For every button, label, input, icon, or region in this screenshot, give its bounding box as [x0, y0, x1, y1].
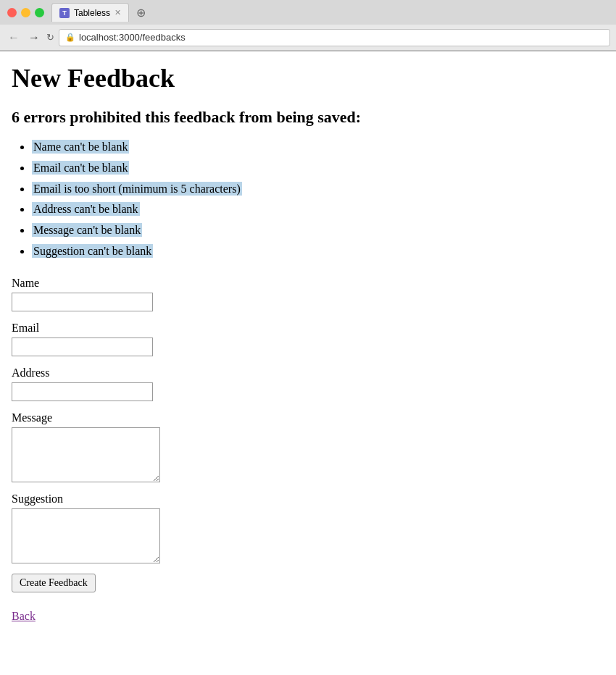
window-controls	[7, 8, 44, 17]
error-text-5: Message can't be blank	[32, 223, 142, 237]
email-label: Email	[12, 322, 604, 335]
lock-icon: 🔒	[65, 33, 75, 42]
error-list: Name can't be blank Email can't be blank…	[12, 137, 604, 262]
close-button[interactable]	[7, 8, 17, 17]
email-input[interactable]	[12, 338, 153, 356]
back-nav-button[interactable]: ←	[6, 30, 22, 46]
name-input[interactable]	[12, 293, 153, 311]
error-item-2: Email can't be blank	[32, 158, 604, 179]
tab-favicon: T	[59, 8, 70, 18]
browser-chrome: T Tableless ✕ ⊕ ← → ↻ 🔒 localhost:3000/f…	[0, 0, 616, 51]
email-group: Email	[12, 322, 604, 356]
address-label: Address	[12, 366, 604, 380]
name-label: Name	[12, 277, 604, 290]
tab-title: Tableless	[74, 8, 110, 18]
error-item-3: Email is too short (minimum is 5 charact…	[32, 179, 604, 200]
submit-group: Create Feedback	[12, 574, 604, 600]
error-text-2: Email can't be blank	[32, 161, 129, 175]
feedback-form: Name Email Address Message Suggestion Cr…	[12, 277, 604, 623]
message-label: Message	[12, 411, 604, 424]
browser-tab[interactable]: T Tableless ✕	[51, 3, 129, 22]
forward-nav-button[interactable]: →	[26, 30, 42, 46]
maximize-button[interactable]	[35, 8, 44, 17]
error-item-6: Suggestion can't be blank	[32, 241, 604, 262]
new-tab-button[interactable]: ⊕	[132, 4, 149, 21]
minimize-button[interactable]	[21, 8, 30, 17]
address-input[interactable]	[12, 382, 153, 401]
url-text: localhost:3000/feedbacks	[79, 32, 186, 43]
error-section: 6 errors prohibited this feedback from b…	[12, 108, 604, 262]
page-content: New Feedback 6 errors prohibited this fe…	[0, 51, 616, 675]
error-text-3: Email is too short (minimum is 5 charact…	[32, 182, 242, 196]
page-title: New Feedback	[12, 63, 604, 93]
suggestion-textarea[interactable]	[12, 508, 160, 563]
error-text-1: Name can't be blank	[32, 140, 129, 154]
error-text-6: Suggestion can't be blank	[32, 244, 153, 258]
error-item-1: Name can't be blank	[32, 137, 604, 158]
error-heading: 6 errors prohibited this feedback from b…	[12, 108, 604, 127]
message-textarea[interactable]	[12, 427, 160, 482]
create-feedback-button[interactable]: Create Feedback	[12, 574, 96, 592]
message-group: Message	[12, 411, 604, 482]
tab-close-icon[interactable]: ✕	[115, 8, 121, 17]
error-item-4: Address can't be blank	[32, 199, 604, 220]
back-link[interactable]: Back	[12, 610, 36, 622]
title-bar: T Tableless ✕ ⊕	[0, 0, 616, 25]
url-bar[interactable]: 🔒 localhost:3000/feedbacks	[59, 29, 610, 46]
error-text-4: Address can't be blank	[32, 202, 140, 216]
error-item-5: Message can't be blank	[32, 220, 604, 241]
name-group: Name	[12, 277, 604, 311]
reload-button[interactable]: ↻	[46, 32, 54, 43]
address-group: Address	[12, 366, 604, 401]
tab-bar: T Tableless ✕ ⊕	[51, 3, 149, 22]
suggestion-label: Suggestion	[12, 492, 604, 506]
suggestion-group: Suggestion	[12, 492, 604, 563]
address-bar: ← → ↻ 🔒 localhost:3000/feedbacks	[0, 25, 616, 51]
